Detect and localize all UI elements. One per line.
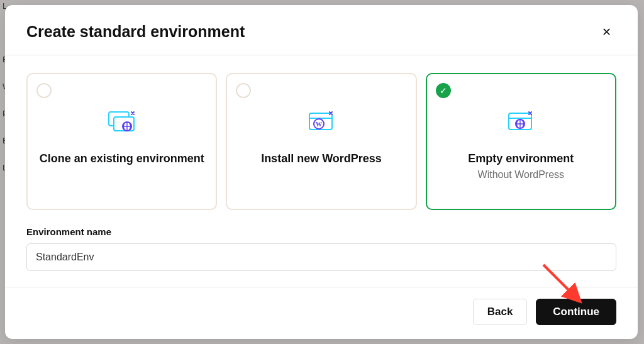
option-title: Empty environment: [468, 152, 574, 165]
option-empty-environment[interactable]: ✓ Empty environment Without WordPress: [426, 73, 616, 210]
option-subtitle: Without WordPress: [478, 169, 565, 180]
create-environment-modal: Create standard environment ✕ ✓ Clone an…: [5, 5, 638, 339]
modal-footer: Back Continue: [5, 287, 638, 339]
modal-header: Create standard environment ✕: [5, 5, 638, 55]
modal-title: Create standard environment: [26, 23, 245, 41]
continue-button[interactable]: Continue: [536, 299, 616, 325]
empty-environment-icon: [504, 108, 538, 135]
back-button[interactable]: Back: [473, 299, 528, 325]
wordpress-install-icon: W: [304, 108, 338, 135]
environment-options: ✓ Clone an existing environment ✓ W: [26, 73, 616, 210]
close-button[interactable]: ✕: [597, 24, 616, 40]
close-icon: ✕: [602, 26, 611, 38]
radio-indicator: ✓: [36, 83, 52, 98]
option-title: Install new WordPress: [261, 152, 382, 165]
radio-indicator: ✓: [436, 83, 451, 98]
modal-body: ✓ Clone an existing environment ✓ W: [5, 55, 638, 287]
environment-name-input[interactable]: [26, 243, 616, 271]
option-title: Clone an existing environment: [40, 152, 204, 165]
check-icon: ✓: [440, 86, 447, 95]
option-clone-existing[interactable]: ✓ Clone an existing environment: [26, 73, 217, 210]
radio-indicator: ✓: [236, 83, 251, 98]
environment-name-label: Environment name: [26, 226, 616, 237]
clone-environment-icon: [105, 108, 139, 135]
option-install-wordpress[interactable]: ✓ W Install new WordPress: [226, 73, 416, 210]
svg-text:W: W: [316, 121, 322, 128]
